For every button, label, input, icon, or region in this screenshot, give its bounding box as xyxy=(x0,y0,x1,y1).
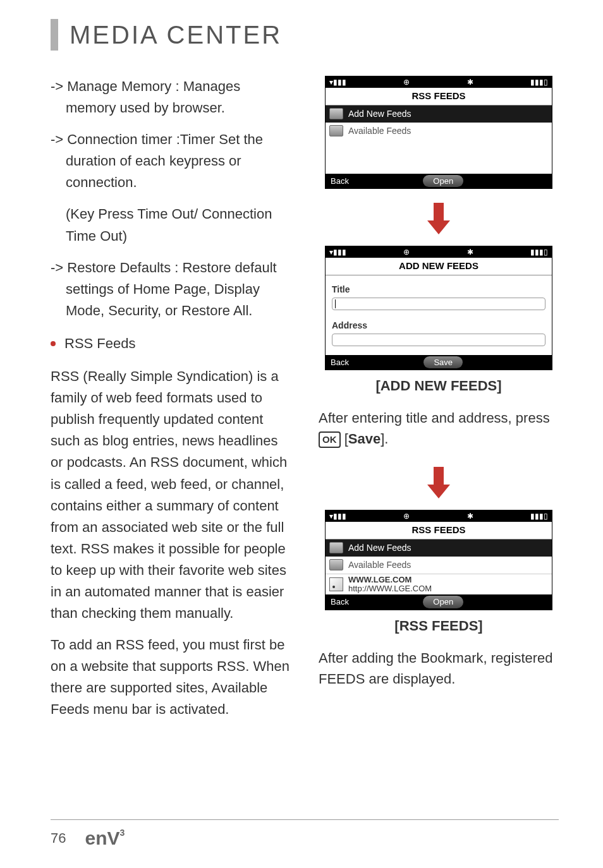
gps-icon: ⊕ xyxy=(403,76,410,88)
row-label: Add New Feeds xyxy=(348,107,411,121)
bluetooth-icon: ✱ xyxy=(467,246,473,258)
bookmark-instruction: After adding the Bookmark, registered FE… xyxy=(319,648,559,689)
battery-icon: ▮▮▮▯ xyxy=(530,246,548,258)
folder-icon xyxy=(329,542,343,553)
add-new-feeds-row[interactable]: Add New Feeds xyxy=(326,539,552,557)
folder-icon xyxy=(329,559,343,570)
signal-icon: ▾▮▮▮ xyxy=(329,510,346,522)
address-input[interactable] xyxy=(332,334,545,346)
down-arrow-icon xyxy=(427,467,450,498)
feed-name: WWW.LGE.COM xyxy=(348,576,432,584)
brand-logo: enV3 xyxy=(85,828,125,849)
title-input[interactable] xyxy=(332,298,545,310)
rss-feeds-bullet: RSS Feeds xyxy=(51,333,293,354)
screenshots-column: ▾▮▮▮ ⊕ ✱ ▮▮▮▯ RSS FEEDS Add New Feeds Av… xyxy=(319,76,559,731)
feed-url: http://WWW.LGE.COM xyxy=(348,584,432,593)
screen-title: RSS FEEDS xyxy=(326,88,552,105)
brand-text: enV xyxy=(85,828,119,848)
status-bar: ▾▮▮▮ ⊕ ✱ ▮▮▮▯ xyxy=(326,76,552,88)
connection-timer-sub: (Key Press Time Out/ Connection Time Out… xyxy=(51,203,293,246)
bluetooth-icon: ✱ xyxy=(467,510,473,522)
rss-feeds-caption: [RSS FEEDS] xyxy=(394,615,482,636)
rss-feed-icon xyxy=(329,577,343,591)
brand-sup: 3 xyxy=(120,828,125,838)
softkey-right xyxy=(538,356,547,369)
title-label: Title xyxy=(332,283,545,296)
signal-icon: ▾▮▮▮ xyxy=(329,246,346,258)
softkey-back[interactable]: Back xyxy=(331,175,349,188)
header-accent xyxy=(51,19,58,51)
softkey-bar: Back Open xyxy=(326,594,552,610)
softkey-bar: Back Open xyxy=(326,174,552,189)
screen-title: ADD NEW FEEDS xyxy=(326,258,552,275)
instr-text: ]. xyxy=(381,431,388,447)
feed-entry-row[interactable]: WWW.LGE.COM http://WWW.LGE.COM xyxy=(326,574,552,595)
row-label: Available Feeds xyxy=(348,558,411,572)
softkey-save[interactable]: Save xyxy=(423,356,463,369)
signal-icon: ▾▮▮▮ xyxy=(329,76,346,88)
battery-icon: ▮▮▮▯ xyxy=(530,510,548,522)
status-bar: ▾▮▮▮ ⊕ ✱ ▮▮▮▯ xyxy=(326,246,552,258)
gps-icon: ⊕ xyxy=(403,246,410,258)
main-text-column: -> Manage Memory : Manages memory used b… xyxy=(51,76,293,731)
bluetooth-icon: ✱ xyxy=(467,76,473,88)
rss-feeds-screen-2: ▾▮▮▮ ⊕ ✱ ▮▮▮▯ RSS FEEDS Add New Feeds Av… xyxy=(325,510,552,610)
screen-title: RSS FEEDS xyxy=(326,522,552,539)
softkey-open[interactable]: Open xyxy=(423,175,463,188)
empty-area xyxy=(326,140,552,174)
row-label: Add New Feeds xyxy=(348,541,411,555)
add-new-feeds-screen: ▾▮▮▮ ⊕ ✱ ▮▮▮▯ ADD NEW FEEDS Title Addres… xyxy=(325,246,552,370)
bullet-label: RSS Feeds xyxy=(64,333,136,354)
bullet-icon xyxy=(51,341,56,346)
softkey-back[interactable]: Back xyxy=(331,596,349,608)
available-feeds-row[interactable]: Available Feeds xyxy=(326,557,552,574)
softkey-open[interactable]: Open xyxy=(423,596,463,608)
save-instruction: After entering title and address, press … xyxy=(319,407,559,449)
softkey-bar: Back Save xyxy=(326,355,552,370)
battery-icon: ▮▮▮▯ xyxy=(530,76,548,88)
header: MEDIA CENTER xyxy=(51,19,559,51)
folder-icon xyxy=(329,125,343,136)
down-arrow-icon xyxy=(427,203,450,234)
page-number: 76 xyxy=(51,830,66,847)
rss-description: RSS (Really Simple Syndication) is a fam… xyxy=(51,366,293,624)
row-label: Available Feeds xyxy=(348,124,411,138)
add-new-feeds-caption: [ADD NEW FEEDS] xyxy=(375,375,501,396)
ok-key-icon: OK xyxy=(319,431,341,449)
status-bar: ▾▮▮▮ ⊕ ✱ ▮▮▮▯ xyxy=(326,510,552,522)
address-label: Address xyxy=(332,319,545,332)
add-new-feeds-row[interactable]: Add New Feeds xyxy=(326,105,552,123)
gps-icon: ⊕ xyxy=(403,510,410,522)
save-bold: Save xyxy=(348,431,381,447)
softkey-back[interactable]: Back xyxy=(331,356,349,369)
available-feeds-row[interactable]: Available Feeds xyxy=(326,123,552,140)
softkey-right xyxy=(538,596,547,608)
page-footer: 76 enV3 xyxy=(51,819,559,849)
restore-defaults-item: -> Restore Defaults : Restore default se… xyxy=(51,257,293,322)
connection-timer-item: -> Connection timer :Timer Set the durat… xyxy=(51,129,293,193)
page-title: MEDIA CENTER xyxy=(70,21,282,49)
softkey-right xyxy=(538,175,547,188)
instr-text: After entering title and address, press xyxy=(319,410,550,426)
rss-instructions: To add an RSS feed, you must first be on… xyxy=(51,634,293,720)
rss-feeds-screen-1: ▾▮▮▮ ⊕ ✱ ▮▮▮▯ RSS FEEDS Add New Feeds Av… xyxy=(325,76,552,189)
manage-memory-item: -> Manage Memory : Manages memory used b… xyxy=(51,76,293,119)
folder-icon xyxy=(329,108,343,119)
